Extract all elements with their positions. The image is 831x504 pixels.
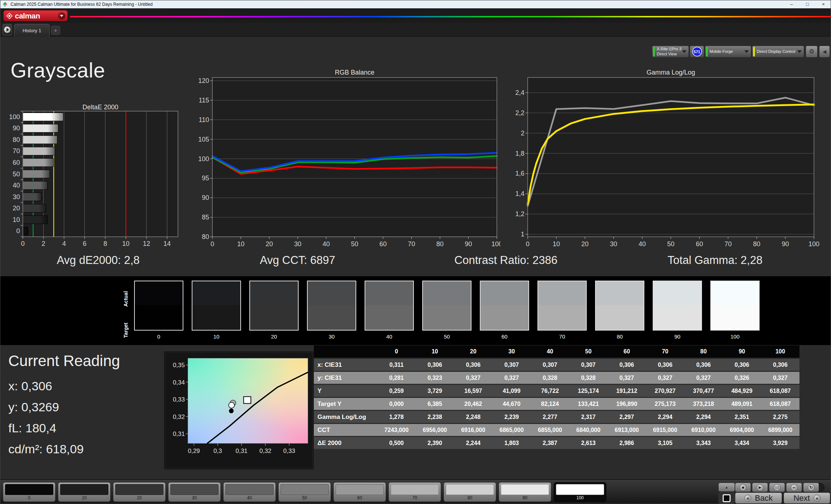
svg-text:0,33: 0,33 xyxy=(283,448,295,454)
continuous-button[interactable]: ∞ xyxy=(786,483,802,492)
back-button[interactable]: « Back xyxy=(735,492,782,504)
reading-x: x: 0,306 xyxy=(8,379,52,393)
table-cell: 1,278 xyxy=(377,411,416,423)
meter-dropdown-display-control[interactable]: Direct Display Control xyxy=(752,46,804,58)
svg-text:40: 40 xyxy=(323,240,330,248)
svg-text:1,6: 1,6 xyxy=(515,170,524,177)
table-cell: 2,390 xyxy=(416,437,454,449)
table-cell: 0,306 xyxy=(416,359,454,371)
refresh-button[interactable]: ↻ xyxy=(803,483,819,492)
play-icon xyxy=(4,26,11,33)
stop-icon: ■ xyxy=(740,484,747,491)
gamma-loglog-line-chart: Gamma Log/Log11,21,41,61,822,22,40102030… xyxy=(511,68,822,251)
svg-text:80: 80 xyxy=(13,136,20,143)
tab-history-1[interactable]: History 1 xyxy=(14,24,50,37)
table-cell: 0,259 xyxy=(377,385,416,397)
pattern-patch-90[interactable]: 90 xyxy=(499,482,551,502)
calman-logo-text: calman xyxy=(15,12,40,20)
pattern-patch-40[interactable]: 40 xyxy=(223,482,276,502)
actual-swatch xyxy=(365,281,413,305)
meter-dropdown-i1pro3[interactable]: X-Rite i1Pro 3 Direct View xyxy=(652,46,689,58)
table-cell: 76,722 xyxy=(531,385,569,397)
svg-text:1,4: 1,4 xyxy=(515,190,524,197)
collapse-panel-button[interactable]: ◀ xyxy=(819,46,830,58)
close-button[interactable]: × xyxy=(815,0,831,8)
chevron-down-icon xyxy=(682,50,686,53)
table-cell: 0,307 xyxy=(493,359,531,371)
target-swatch xyxy=(653,305,701,330)
pattern-patch-0[interactable]: 0 xyxy=(3,482,55,502)
meter-count-button[interactable]: 571 xyxy=(690,46,704,58)
patch-label: 100 xyxy=(554,495,606,500)
table-cell: 2,238 xyxy=(416,411,454,423)
maximize-button[interactable]: □ xyxy=(799,0,815,8)
actual-swatch xyxy=(308,281,356,305)
swatch-column-0: 0 xyxy=(134,281,183,340)
patch-swatch xyxy=(115,484,163,495)
pattern-patch-80[interactable]: 80 xyxy=(444,482,496,502)
svg-text:6: 6 xyxy=(83,240,87,247)
patch-swatch xyxy=(5,484,53,495)
play-button[interactable]: ▶ xyxy=(752,483,768,492)
pattern-patch-30[interactable]: 30 xyxy=(168,482,221,502)
svg-text:0: 0 xyxy=(526,240,529,248)
minimize-button[interactable]: – xyxy=(784,0,799,8)
svg-text:60: 60 xyxy=(13,159,20,166)
pattern-patch-10[interactable]: 10 xyxy=(58,482,111,502)
svg-text:10: 10 xyxy=(553,240,560,248)
patch-label: 80 xyxy=(444,495,496,500)
up-arrow-icon: ▲ xyxy=(725,486,728,489)
calman-window: Calman 2025 Calman Ultimate for Business… xyxy=(0,0,831,504)
next-button[interactable]: Next » xyxy=(784,492,830,504)
target-swatch xyxy=(481,305,528,330)
patch-label: 60 xyxy=(334,495,386,500)
bracket-button[interactable]: [·] xyxy=(769,483,785,492)
table-cell: 484,929 xyxy=(723,385,761,397)
pattern-patch-70[interactable]: 70 xyxy=(389,482,441,502)
svg-text:30: 30 xyxy=(294,240,301,248)
back-label: Back xyxy=(755,494,773,503)
rainbow-gradient-line xyxy=(70,16,831,17)
pattern-window-up-button[interactable]: ▲ xyxy=(718,483,735,492)
table-cell: 44,670 xyxy=(493,398,531,410)
swatch-level-label: 20 xyxy=(249,333,299,340)
table-column-header: 50 xyxy=(569,345,608,358)
table-cell: 3,929 xyxy=(761,437,799,449)
settings-button[interactable]: ⚙ xyxy=(806,46,818,58)
target-swatch xyxy=(423,305,471,330)
pattern-patch-50[interactable]: 50 xyxy=(278,482,331,502)
table-cell: 0,327 xyxy=(493,372,531,384)
target-swatch xyxy=(192,305,240,330)
svg-text:70: 70 xyxy=(408,240,415,248)
table-column-header: 20 xyxy=(454,345,493,358)
table-cell: 6913,000 xyxy=(607,424,646,436)
svg-text:30: 30 xyxy=(610,240,617,248)
chevron-down-icon xyxy=(744,50,749,53)
swatch-level-label: 80 xyxy=(595,333,644,340)
svg-text:RGB Balance: RGB Balance xyxy=(335,69,374,76)
stop-button[interactable]: ■ xyxy=(735,483,751,492)
add-tab-button[interactable]: + xyxy=(51,26,60,35)
history-play-button[interactable] xyxy=(3,24,12,35)
app-icon xyxy=(3,2,8,7)
table-cell: 2,294 xyxy=(684,411,723,423)
pattern-window-button[interactable] xyxy=(718,492,735,504)
table-cell: 0,306 xyxy=(454,359,493,371)
meter-status-yellow xyxy=(753,47,755,56)
table-row: CCT7243,0006956,0006916,0006865,0006855,… xyxy=(314,424,799,436)
table-cell: 0,327 xyxy=(607,372,646,384)
table-cell: 6855,000 xyxy=(531,424,569,436)
pattern-patch-100[interactable]: 100 xyxy=(554,482,606,502)
pattern-patch-20[interactable]: 20 xyxy=(113,482,166,502)
svg-text:105: 105 xyxy=(198,136,209,143)
meter-dropdown-mobile-forge[interactable]: Mobile Forge xyxy=(705,46,751,58)
swatch-column-90: 90 xyxy=(653,281,702,340)
patch-swatch xyxy=(501,484,549,495)
swatch-level-label: 90 xyxy=(653,333,702,340)
calman-menu-button[interactable]: calman xyxy=(3,10,68,21)
pattern-patch-60[interactable]: 60 xyxy=(333,482,386,502)
svg-text:90: 90 xyxy=(465,240,472,248)
deltae-bar-10 xyxy=(23,215,47,224)
patch-label: 70 xyxy=(389,495,441,500)
svg-text:0: 0 xyxy=(21,240,25,247)
